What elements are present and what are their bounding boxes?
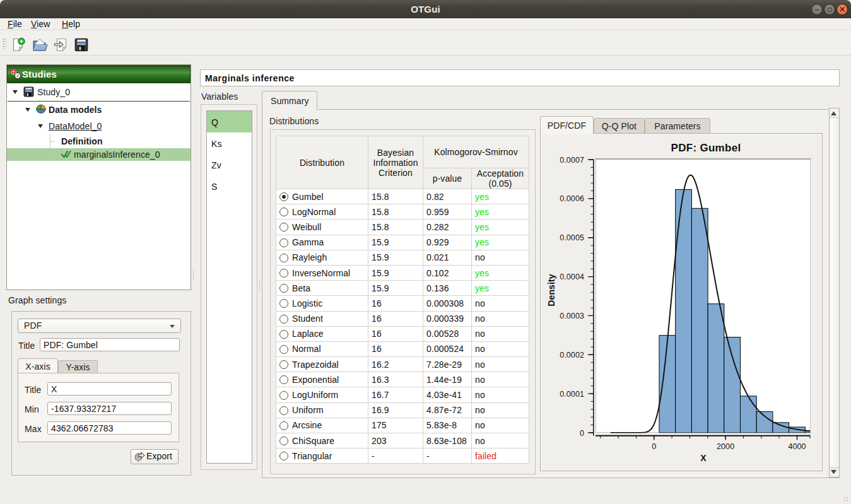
- svg-text:2000: 2000: [717, 442, 734, 451]
- svg-text:PDF: Gumbel: PDF: Gumbel: [671, 142, 741, 154]
- svg-text:0.0003: 0.0003: [560, 312, 584, 320]
- svg-text:X: X: [700, 453, 707, 463]
- svg-text:0.0001: 0.0001: [560, 390, 584, 399]
- svg-text:0.0007: 0.0007: [560, 156, 584, 165]
- svg-text:0.0005: 0.0005: [560, 233, 584, 242]
- svg-text:Density: Density: [546, 274, 556, 306]
- svg-text:0.0002: 0.0002: [560, 351, 584, 360]
- svg-text:0: 0: [580, 429, 584, 438]
- svg-text:0.0006: 0.0006: [560, 194, 584, 203]
- svg-text:0: 0: [652, 442, 656, 451]
- svg-text:0.0004: 0.0004: [560, 273, 584, 281]
- svg-text:4000: 4000: [788, 442, 806, 451]
